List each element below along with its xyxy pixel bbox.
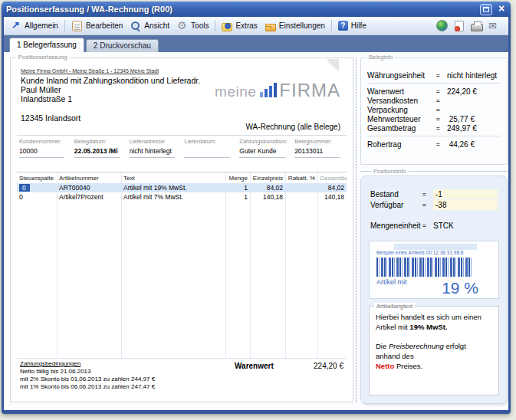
menu-item-extras[interactable]: Extras (218, 18, 261, 33)
payment-line: mit 2% Skonto bis 01.06.2013 zu zahlen 2… (20, 376, 155, 383)
menu-item-tools[interactable]: Tools (173, 19, 212, 33)
logo-word-right: FIRMA (279, 83, 340, 98)
col-header-steuerspalte[interactable]: Steuerspalte (17, 175, 57, 182)
col-header-menge[interactable]: Menge (225, 175, 250, 182)
positionsinfo-panel: Bestand = -1 Verfügbar = -38 Mengeneinhe… (360, 176, 508, 404)
field-value[interactable] (184, 147, 235, 155)
help-icon (338, 21, 348, 31)
cell-artikelnummer[interactable]: Artikel7Prozent (57, 193, 121, 201)
restore-icon[interactable] (480, 4, 492, 15)
address-city: 12345 Inlandsort (21, 113, 81, 123)
cell-gesamtbetrag[interactable]: 84,02 (317, 184, 347, 192)
document-info-icon[interactable] (455, 21, 464, 31)
cell-menge[interactable]: 1 (225, 193, 250, 201)
beleginfo-row-gesamtbetrag: Gesamtbetrag = 249,97 € (361, 123, 507, 133)
col-header-text[interactable]: Text (121, 175, 225, 182)
barcode-icon (376, 258, 472, 277)
field-value[interactable]: 20133011 (294, 147, 345, 155)
stock-value: -1 (433, 189, 498, 199)
toolbox-icon (222, 23, 232, 31)
field-belegnummer[interactable]: Belegnummer: 20133011 (294, 138, 350, 158)
magnifier-icon (130, 21, 141, 31)
info-value: 44,26 € (447, 140, 507, 149)
divider (367, 83, 501, 84)
window-body: Allgemein Bearbeiten Ansicht Tools (4, 17, 508, 410)
address-block: Kunde Inland mit Zahlungskondition und L… (21, 76, 200, 103)
tab-belegerfassung[interactable]: 1 Belegerfassung (9, 38, 84, 52)
cell-text[interactable]: Artikel mit 7% MwSt. (121, 193, 225, 201)
col-header-einzelpreis[interactable]: Einzelpreis (250, 175, 285, 182)
field-underline (294, 157, 340, 158)
menu-label: Extras (235, 21, 257, 30)
info-label: Mengeneinheit (370, 221, 422, 230)
close-icon[interactable] (497, 4, 506, 15)
col-header-rabatt[interactable]: Rabatt. % (285, 175, 317, 182)
info-label: Gesamtbetrag (367, 124, 436, 133)
address-line: Inlandstraße 1 (21, 94, 200, 103)
cell-edit-cursor[interactable]: 0 (19, 184, 30, 192)
cell-menge[interactable]: 1 (225, 184, 250, 192)
sender-line: Meine Firma GmbH - Meine Straße 1 - 1234… (21, 68, 159, 74)
field-zahlungskondition[interactable]: Zahlungskondition: Guter Kunde (239, 138, 294, 158)
beleginfo-row-rohertrag: Rohertrag = 44,26 € (361, 139, 507, 149)
page-corner-icon (327, 59, 339, 71)
menu-item-bearbeiten[interactable]: Bearbeiten (67, 18, 127, 34)
langtext-paragraph: Hierbei handelt es sich um einen Artikel… (376, 312, 492, 332)
equals-sign: = (436, 116, 447, 123)
menu-label: Allgemein (25, 21, 58, 30)
address-line: Kunde Inland mit Zahlungskondition und L… (21, 76, 200, 85)
col-header-gesamtbetrag[interactable]: Gesamtbetrag (317, 175, 347, 182)
field-lieferdatum[interactable]: Lieferdatum: (184, 138, 239, 158)
printer-icon[interactable] (471, 24, 483, 31)
content-area: Positionserfassung Meine Firma GmbH - Me… (4, 52, 508, 410)
field-value[interactable]: Guter Kunde (239, 147, 290, 155)
field-value[interactable]: 10000 (19, 147, 70, 155)
positionsinfo-row-bestand: Bestand = -1 (361, 189, 507, 199)
equals-sign: = (422, 191, 433, 198)
edit-icon (72, 21, 82, 31)
positionsinfo-row-mengeneinheit: Mengeneinheit = STCK (361, 220, 507, 231)
cell-einzelpreis[interactable]: 84,02 (250, 184, 285, 192)
field-underline (239, 157, 284, 158)
panel-splitter[interactable] (356, 58, 357, 402)
globe-icon[interactable] (436, 20, 448, 31)
col-header-artikelnummer[interactable]: Artikelnummer (57, 175, 121, 182)
menu-item-ansicht[interactable]: Ansicht (127, 19, 173, 33)
info-label: Mehrwertsteuer (367, 115, 436, 123)
window-title: Positionserfassung / WA-Rechnung (R00) (6, 5, 480, 14)
menu-item-einstellungen[interactable]: Einstellungen (261, 18, 329, 33)
field-belegdatum[interactable]: Belegdatum: 22.05.2013 /Mi (74, 138, 130, 158)
field-kundennummer[interactable]: Kundennummer: 10000 (19, 138, 74, 158)
group-label: Beleginfo (366, 54, 395, 61)
title-bar[interactable]: Positionserfassung / WA-Rechnung (R00) (2, 2, 511, 17)
article-image: Beispiel eines Artikels 00:12:36:31:98:8… (369, 241, 499, 299)
cell-steuerspalte[interactable]: 0 (17, 193, 57, 201)
positionsinfo-row-verfuegbar: Verfügbar = -38 (361, 199, 507, 210)
cell-artikelnummer[interactable]: ART00040 (57, 184, 121, 192)
field-value[interactable]: 22.05.2013 /Mi (74, 147, 125, 155)
app-window: Positionserfassung / WA-Rechnung (R00) A… (2, 2, 511, 414)
field-value[interactable]: nicht hinterlegt (130, 147, 180, 155)
positionserfassung-group: Positionserfassung Meine Firma GmbH - Me… (10, 57, 353, 402)
info-value: 249,97 € (447, 124, 508, 133)
equals-sign: = (422, 222, 433, 229)
beleginfo-row-mehrwertsteuer: Mehrwertsteuer = 25,77 € (361, 114, 507, 123)
cell-gesamtbetrag[interactable]: 140,18 (317, 193, 347, 201)
field-lieferadresse[interactable]: Lieferadresse: nicht hinterlegt (130, 138, 185, 158)
info-label: Währungseinheit (367, 71, 436, 80)
article-image-caption: Beispiel eines Artikels 00:12:36:31:98:8 (376, 250, 495, 255)
field-underline (130, 157, 175, 158)
logo-bars-icon (260, 83, 277, 97)
payment-terms-heading: Zahlungsbedingungen (20, 360, 155, 368)
menu-item-hilfe[interactable]: Hilfe (334, 19, 370, 32)
cell-einzelpreis[interactable]: 140,18 (250, 193, 285, 201)
menu-item-allgemein[interactable]: Allgemein (7, 19, 62, 33)
beleginfo-group: Beleginfo Währungseinheit = nicht hinter… (360, 57, 508, 165)
table-row-selected[interactable]: 0 ART00040 Artikel mit 19% MwSt. 1 84,02… (17, 183, 347, 192)
positions-table[interactable]: Steuerspalte Artikelnummer Text Menge Ei… (17, 172, 347, 359)
address-line: Paul Müller (21, 85, 200, 94)
table-row[interactable]: 0 Artikel7Prozent Artikel mit 7% MwSt. 1… (17, 192, 347, 202)
mail-icon[interactable] (488, 21, 499, 31)
cell-text[interactable]: Artikel mit 19% MwSt. (121, 184, 225, 192)
tab-druckvorschau[interactable]: 2 Druckvorschau (86, 39, 159, 52)
